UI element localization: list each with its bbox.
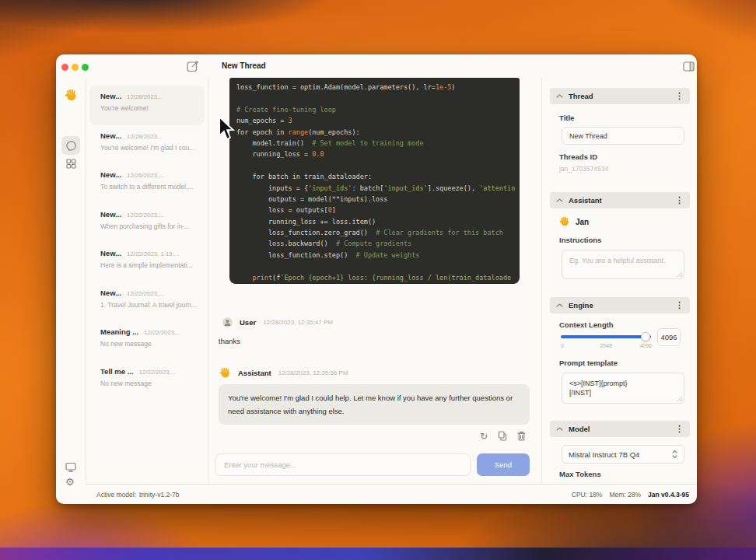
code-line [236,93,520,103]
user-message-text: thanks [219,337,240,345]
code-line: loss_function = optim.Adam(model.paramet… [236,82,520,93]
threads-id-label: Threads ID [559,152,597,161]
user-message-header: User 12/28/2023, 12:35:47 PM [222,317,333,327]
code-line: # Create fine-tuning loop [236,104,520,115]
thread-subtitle: No new message [100,380,200,387]
thread-list-item[interactable]: New...12/28/2023...You're welcome! [89,86,205,125]
desktop-wallpaper: New Thread ⚙ New. [0,0,756,560]
engine-section-header[interactable]: Engine ⋮ [550,297,690,313]
message-author: Assistant [238,369,271,377]
app-version: Jan v0.4.3-95 [648,491,689,499]
threads-id-value: jan_1703574534 [559,165,608,173]
code-line [236,261,520,271]
mouse-cursor [217,116,236,141]
zoom-window-button[interactable] [82,64,89,71]
thread-list-item[interactable]: New...12/22/2023, 1:15:...Here is a simp… [86,243,208,282]
thread-title: New... [100,289,121,297]
send-button[interactable]: Send [477,453,530,476]
thread-list-item[interactable]: New...12/28/2023...You're welcome! I'm g… [86,125,208,165]
settings-gear-icon[interactable]: ⚙ [65,476,75,488]
message-author: User [240,318,256,327]
slider-knob[interactable] [641,332,650,341]
chat-bubble-icon [65,140,77,152]
assistant-menu-kebab-icon[interactable]: ⋮ [675,192,684,208]
code-line [236,160,520,171]
message-timestamp: 12/28/2023, 12:35:47 PM [263,319,333,326]
thread-list-item[interactable]: Meaning ...12/22/2023,...No new message [86,321,208,361]
thread-section-header[interactable]: Thread ⋮ [550,88,690,104]
code-block[interactable]: loss_function = optim.Adam(model.paramet… [229,78,520,284]
minimize-window-button[interactable] [72,64,79,71]
thread-date: 12/28/2023... [127,133,163,140]
assistant-identity: Jan [559,216,589,227]
thread-list-item[interactable]: New...12/22/2023,...When purchasing gift… [86,204,208,243]
thread-list-item[interactable]: New...12/22/2023,...1. Travel Journal: A… [86,282,208,322]
rail-item-hub[interactable] [66,159,76,169]
code-line: for batch in train_dataloader: [236,171,520,182]
thread-subtitle: No new message [100,340,200,348]
code-line: loss_function.step() # Update weights [236,250,520,261]
thread-date: 12/22/2023, 1:15:... [127,250,179,257]
prompt-template-textarea[interactable]: <s>[INST]{prompt} [/INST] [562,373,684,404]
cpu-usage: CPU: 18% [572,491,603,499]
assistant-name: Jan [576,218,589,226]
thread-list-item[interactable]: Tell me ...12/22/2023,...No new message [86,361,208,401]
model-select[interactable]: Mistral Instruct 7B Q4 [562,445,684,464]
assistant-message-bubble: You're welcome! I'm glad I could help. L… [219,384,530,425]
chevron-up-icon [556,198,563,202]
thread-title: Meaning ... [100,327,138,336]
thread-title-input[interactable] [562,127,684,145]
thread-list-item[interactable]: New...12/26/2023,...To switch to a diffe… [86,164,208,204]
thread-date: 12/22/2023,... [139,369,177,376]
context-length-label: Context Length [559,320,614,329]
assistant-message-header: Assistant 12/28/2023, 12:35:56 PM [219,367,348,379]
engine-menu-kebab-icon[interactable]: ⋮ [675,297,684,313]
status-bar: Active model: trinity-v1.2-7b CPU: 18% M… [86,484,697,504]
toggle-right-panel-icon[interactable] [683,61,695,72]
thread-date: 12/22/2023,... [127,212,164,219]
model-menu-kebab-icon[interactable]: ⋮ [675,421,684,437]
model-selected-value: Mistral Instruct 7B Q4 [569,450,639,459]
copy-icon[interactable] [498,431,507,441]
code-line: inputs = {'input_ids': batch['input_ids'… [236,183,520,194]
thread-title: New... [100,131,121,140]
close-window-button[interactable] [61,64,68,71]
thread-subtitle: You're welcome! [100,104,197,112]
system-monitor-icon[interactable] [65,462,76,472]
code-line: outputs = model(**inputs).loss [236,194,520,205]
context-length-value[interactable]: 4096 [657,328,681,346]
message-input[interactable] [215,453,471,476]
assistant-section-header[interactable]: Assistant ⋮ [550,192,690,208]
message-actions: ↻ [219,431,526,441]
new-thread-compose-icon[interactable] [186,60,199,73]
regenerate-icon[interactable]: ↻ [480,432,488,441]
thread-date: 12/22/2023,... [144,329,181,336]
section-title: Thread [569,92,593,100]
user-avatar [222,317,233,327]
slider-tick-max: 4096 [638,343,652,348]
section-title: Engine [569,301,593,310]
message-timestamp: 12/28/2023, 12:35:56 PM [278,369,348,376]
instructions-textarea[interactable] [562,250,684,279]
mem-usage: Mem: 28% [609,491,641,499]
code-line: loss.backward() # Compute gradients [236,238,520,249]
rail-item-threads[interactable] [61,136,80,155]
slider-tick-mid: 2048 [597,343,615,348]
window-title: New Thread [222,54,266,78]
max-tokens-label: Max Tokens [559,470,601,478]
thread-title: New... [100,249,121,257]
thread-subtitle: 1. Travel Journal: A travel journ... [100,301,200,309]
code-line: running_loss = 0.0 [236,149,520,159]
code-line: num_epochs = 3 [236,115,520,126]
thread-subtitle: You're welcome! I'm glad I cou... [100,144,200,152]
thread-menu-kebab-icon[interactable]: ⋮ [675,88,684,104]
thread-title: Tell me ... [100,367,134,376]
context-length-slider[interactable] [561,335,651,338]
delete-trash-icon[interactable] [517,431,526,441]
model-section-header[interactable]: Model ⋮ [550,421,690,437]
thread-date: 12/28/2023... [127,93,163,100]
jan-logo-hand-icon [65,89,78,102]
title-label: Title [559,114,574,122]
titlebar: New Thread [56,54,697,78]
select-stepper-icon [672,450,677,459]
